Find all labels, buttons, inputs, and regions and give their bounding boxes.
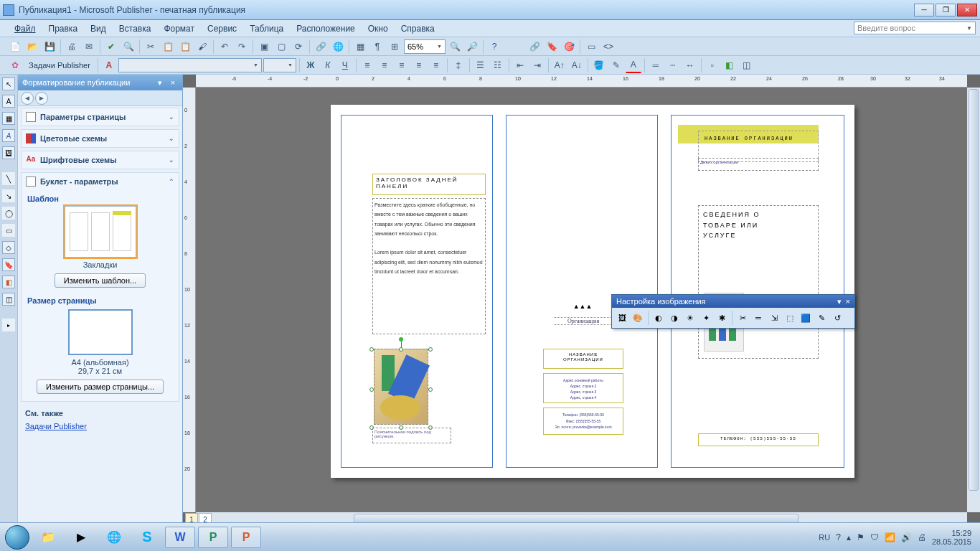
tray-expand-icon[interactable]: ▴	[847, 532, 851, 542]
code-button[interactable]: <>	[600, 39, 616, 55]
picture-tool[interactable]: 🖼	[2, 146, 15, 159]
copy-button[interactable]: 📋	[160, 39, 176, 55]
font-combo[interactable]: ▼	[118, 58, 262, 72]
3d-button[interactable]: ◧	[722, 57, 738, 73]
bookmark-tool[interactable]: 🔖	[2, 258, 15, 271]
insert-object-button[interactable]: ◫	[739, 57, 755, 73]
print-button[interactable]: 🖨	[64, 39, 80, 55]
bookmark-button[interactable]: 🔖	[544, 39, 560, 55]
section-color-schemes[interactable]: Цветовые схемы ⌄	[22, 130, 179, 147]
increase-font-button[interactable]: A↑	[552, 57, 567, 73]
close-button[interactable]: ✕	[957, 4, 977, 17]
menu-help[interactable]: Справка	[395, 22, 440, 36]
pagesize-preview[interactable]	[68, 309, 133, 355]
format-picture-button[interactable]: 🟦	[798, 311, 813, 325]
distribute-button[interactable]: ≡	[428, 57, 444, 73]
maximize-button[interactable]: ❐	[936, 4, 956, 17]
menu-format[interactable]: Формат	[158, 22, 200, 36]
chrome-taskbar-icon[interactable]: 🌐	[99, 527, 129, 548]
decrease-indent-button[interactable]: ⇤	[512, 57, 528, 73]
line-tool[interactable]: ╲	[2, 172, 15, 185]
textbox-tool[interactable]: A	[2, 95, 15, 108]
taskpane-dropdown[interactable]: ▾	[155, 78, 165, 88]
nav-forward-button[interactable]: ►	[35, 92, 48, 105]
line-color-button[interactable]: ✎	[608, 57, 624, 73]
minimize-button[interactable]: ─	[914, 4, 934, 17]
more-contrast-button[interactable]: ◐	[651, 311, 666, 325]
menu-view[interactable]: Вид	[85, 22, 112, 36]
mail-button[interactable]: ✉	[81, 39, 97, 55]
reset-picture-button[interactable]: ↺	[830, 311, 844, 325]
navigation-button[interactable]: 🎯	[561, 39, 577, 55]
cut-button[interactable]: ✂	[143, 39, 159, 55]
tasks-label[interactable]: Задачи Publisher	[24, 61, 95, 70]
zoom-combo[interactable]: 65%▼	[404, 39, 446, 54]
recolor-button[interactable]: ✱	[715, 311, 729, 325]
menu-file[interactable]: Файл	[9, 22, 42, 36]
align-right-button[interactable]: ≡	[394, 57, 410, 73]
bring-front-button[interactable]: ▣	[256, 39, 272, 55]
section-booklet-params[interactable]: Буклет - параметры ⌃	[22, 173, 179, 190]
arrow-tool[interactable]: ↘	[2, 189, 15, 202]
dash-style-button[interactable]: ┄	[665, 57, 681, 73]
menu-insert[interactable]: Вставка	[113, 22, 157, 36]
menu-edit[interactable]: Правка	[43, 22, 84, 36]
nav-back-button[interactable]: ◄	[21, 92, 34, 105]
web-preview-button[interactable]: 🌐	[330, 39, 346, 55]
zoom-in-button[interactable]: 🔎	[464, 39, 480, 55]
vertical-ruler[interactable]: 024 6810 121416 1820	[183, 88, 196, 512]
section-page-params[interactable]: Параметры страницы ⌄	[22, 108, 179, 126]
autoshapes-tool[interactable]: ◇	[2, 241, 15, 254]
printer-tray-icon[interactable]: 🖨	[918, 532, 926, 542]
ask-question-box[interactable]: Введите вопрос ▼	[854, 22, 976, 34]
line-style-button[interactable]: ═	[648, 57, 664, 73]
crop-button[interactable]: ✂	[735, 311, 750, 325]
select-tool[interactable]: ↖	[2, 77, 15, 90]
justify-button[interactable]: ≡	[411, 57, 427, 73]
horizontal-ruler[interactable]: -6-4-2 024 6810 121416 182022 242628 303…	[196, 75, 967, 88]
text-wrap-button[interactable]: ⬚	[783, 311, 797, 325]
picture-toolbar-close[interactable]: ×	[846, 297, 850, 306]
wordart-tool[interactable]: A	[2, 129, 15, 142]
menu-window[interactable]: Окно	[362, 22, 394, 36]
styles-button[interactable]: A	[101, 57, 117, 73]
arrow-style-button[interactable]: ↔	[682, 57, 698, 73]
taskpane-close[interactable]: ×	[168, 78, 178, 88]
more-brightness-button[interactable]: ☀	[683, 311, 697, 325]
picture-toolbar-dropdown[interactable]: ▾	[837, 297, 842, 306]
shadow-button[interactable]: ▫	[705, 57, 720, 73]
volume-icon[interactable]: 🔊	[901, 532, 912, 542]
increase-indent-button[interactable]: ⇥	[529, 57, 545, 73]
paste-button[interactable]: 📋	[177, 39, 193, 55]
save-button[interactable]: 💾	[42, 39, 57, 55]
new-button[interactable]: 📄	[7, 39, 23, 55]
fontsize-combo[interactable]: ▼	[263, 58, 296, 72]
send-back-button[interactable]: ▢	[273, 39, 289, 55]
system-clock[interactable]: 15:29 28.05.2015	[932, 529, 971, 546]
bullets-button[interactable]: ☰	[473, 57, 489, 73]
action-center-icon[interactable]: ⚑	[857, 532, 864, 542]
design-gallery-tool[interactable]: ◧	[2, 276, 15, 288]
align-left-button[interactable]: ≡	[359, 57, 375, 73]
open-button[interactable]: 📂	[24, 39, 40, 55]
compress-button[interactable]: ⇲	[767, 311, 781, 325]
mediaplayer-taskbar-icon[interactable]: ▶	[66, 527, 96, 548]
publication-page[interactable]: ЗАГОЛОВОК ЗАДНЕЙ ПАНЕЛИ Разместите здесь…	[331, 105, 854, 478]
tasks-icon[interactable]: ✿	[7, 57, 23, 73]
underline-button[interactable]: Ч	[337, 57, 353, 73]
picture-toolbar[interactable]: Настройка изображения ▾ × 🖼 🎨 ◐ ◑ ☀ ✦ ✱ …	[611, 294, 855, 329]
fill-color-button[interactable]: 🪣	[591, 57, 607, 73]
italic-button[interactable]: К	[320, 57, 336, 73]
expand-tool[interactable]: ▸	[2, 319, 15, 331]
less-brightness-button[interactable]: ✦	[699, 311, 713, 325]
selection-handles[interactable]	[372, 337, 430, 428]
publisher-taskbar-icon[interactable]: P	[198, 527, 228, 548]
insert-hyperlink-button[interactable]: 🔗	[527, 39, 542, 55]
change-template-button[interactable]: Изменить шаблон...	[55, 273, 146, 288]
bold-button[interactable]: Ж	[303, 57, 319, 73]
insert-picture-button[interactable]: 🖼	[615, 311, 629, 325]
align-center-button[interactable]: ≡	[377, 57, 392, 73]
font-color-button[interactable]: A	[626, 57, 641, 73]
redo-button[interactable]: ↷	[234, 39, 250, 55]
decrease-font-button[interactable]: A↓	[569, 57, 585, 73]
